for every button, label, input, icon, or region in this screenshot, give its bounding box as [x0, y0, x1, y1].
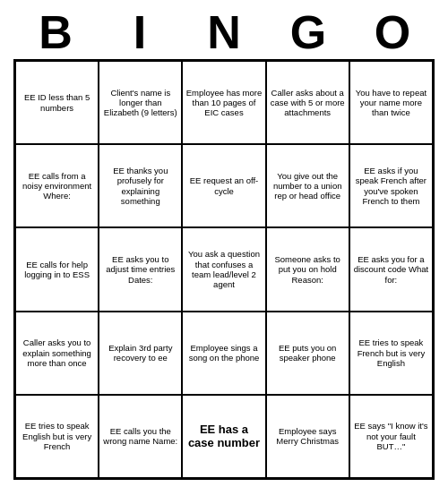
- title-letter-o: O: [352, 9, 433, 56]
- bingo-cell-0[interactable]: EE ID less than 5 numbers: [15, 61, 99, 144]
- bingo-cell-5[interactable]: EE calls from a noisy environment Where:: [15, 144, 99, 227]
- bingo-cell-15[interactable]: Caller asks you to explain something mor…: [15, 312, 99, 395]
- bingo-cell-8[interactable]: You give out the number to a union rep o…: [266, 144, 349, 227]
- bingo-cell-19[interactable]: EE tries to speak French but is very Eng…: [349, 312, 433, 395]
- bingo-cell-11[interactable]: EE asks you to adjust time entries Dates…: [99, 227, 182, 311]
- bingo-cell-20[interactable]: EE tries to speak English but is very Fr…: [15, 395, 99, 478]
- bingo-cell-10[interactable]: EE calls for help logging in to ESS: [15, 227, 99, 311]
- bingo-cell-6[interactable]: EE thanks you profusely for explaining s…: [99, 144, 182, 227]
- bingo-cell-22[interactable]: EE has a case number: [182, 395, 265, 478]
- bingo-cell-21[interactable]: EE calls you the wrong name Name:: [99, 395, 182, 478]
- title-letter-n: N: [184, 9, 264, 56]
- bingo-grid: EE ID less than 5 numbersClient's name i…: [13, 59, 435, 480]
- bingo-cell-12[interactable]: You ask a question that confuses a team …: [182, 227, 265, 311]
- title-letter-g: G: [268, 9, 349, 56]
- bingo-cell-24[interactable]: EE says "I know it's not your fault BUT……: [349, 395, 433, 478]
- bingo-cell-7[interactable]: EE request an off-cycle: [182, 144, 265, 227]
- bingo-cell-3[interactable]: Caller asks about a case with 5 or more …: [266, 61, 349, 144]
- bingo-cell-4[interactable]: You have to repeat your name more than t…: [349, 61, 433, 144]
- bingo-cell-18[interactable]: EE puts you on speaker phone: [266, 312, 349, 395]
- bingo-cell-14[interactable]: EE asks you for a discount code What for…: [349, 227, 433, 311]
- title-letter-b: B: [15, 9, 96, 56]
- bingo-title: B I N G O: [13, 9, 435, 56]
- bingo-cell-16[interactable]: Explain 3rd party recovery to ee: [99, 312, 182, 395]
- bingo-cell-9[interactable]: EE asks if you speak French after you've…: [349, 144, 433, 227]
- bingo-cell-2[interactable]: Employee has more than 10 pages of EIC c…: [182, 61, 265, 144]
- bingo-cell-1[interactable]: Client's name is longer than Elizabeth (…: [99, 61, 182, 144]
- bingo-cell-13[interactable]: Someone asks to put you on hold Reason:: [266, 227, 349, 311]
- bingo-cell-23[interactable]: Employee says Merry Christmas: [266, 395, 349, 478]
- bingo-cell-17[interactable]: Employee sings a song on the phone: [182, 312, 265, 395]
- title-letter-i: I: [99, 9, 180, 56]
